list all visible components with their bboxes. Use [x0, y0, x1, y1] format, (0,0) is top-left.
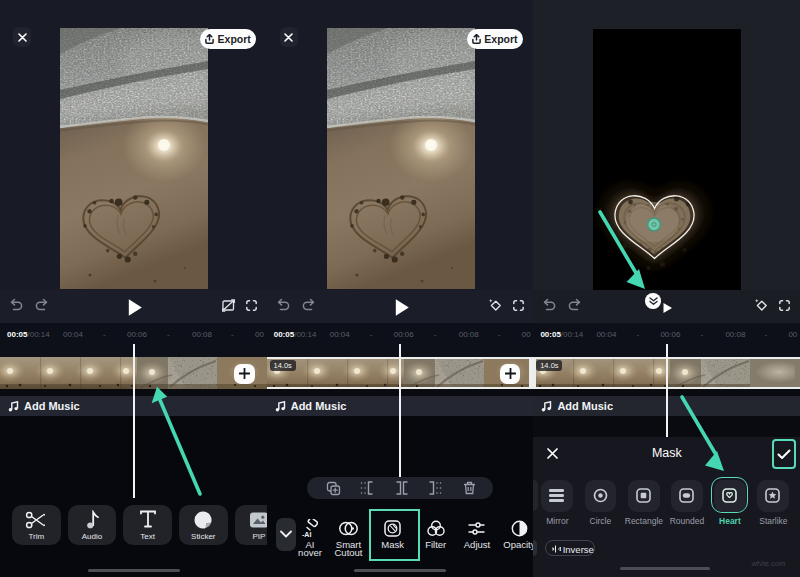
svg-text:-AI: -AI: [302, 531, 311, 538]
